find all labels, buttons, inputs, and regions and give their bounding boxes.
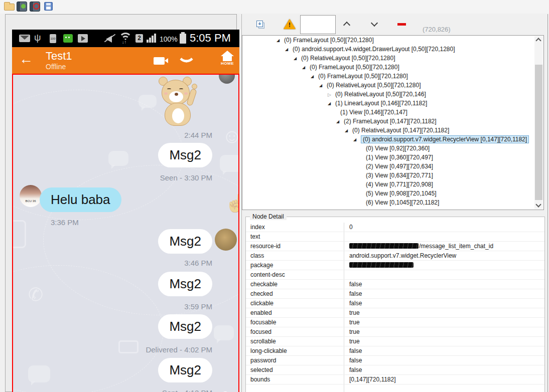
expanded-arrow-icon[interactable]: ◢ xyxy=(294,54,301,63)
tree-node-label: (6) View [0,1045][720,1182] xyxy=(366,199,439,206)
expanded-arrow-icon[interactable]: ◢ xyxy=(345,126,352,135)
tree-node[interactable]: (5) View [0,908][720,1045] xyxy=(242,189,543,198)
expanded-arrow-icon[interactable]: ◢ xyxy=(319,81,327,90)
status-clock: 5:05 PM xyxy=(190,32,231,45)
detail-value: false xyxy=(344,280,544,289)
detail-key: password xyxy=(246,356,344,365)
tree-node[interactable]: ◢(1) LinearLayout [0,146][720,1182] xyxy=(242,99,543,108)
message-time: 2:44 PM xyxy=(184,131,212,139)
tree-search-box xyxy=(300,15,336,34)
scroll-up-icon[interactable] xyxy=(535,38,541,43)
expanded-arrow-icon[interactable]: ◢ xyxy=(311,72,318,81)
expanded-arrow-icon[interactable]: ◢ xyxy=(353,135,361,144)
message-time: 3:59 PM xyxy=(184,302,212,311)
message-app-icon xyxy=(63,34,73,43)
tree-node[interactable]: (3) View [0,634][720,771] xyxy=(242,171,543,180)
sticker-teddy-bear[interactable] xyxy=(153,78,207,128)
message-bubble[interactable]: Msg2 xyxy=(158,314,212,339)
scrollbar-thumb[interactable] xyxy=(535,65,542,200)
detail-value: 0 xyxy=(344,223,544,232)
message-status: Seen - 3:30 PM xyxy=(160,173,212,182)
tree-node-label: (3) View [0,634][720,771] xyxy=(366,172,433,179)
tree-node[interactable]: ▷(0) RelativeLayout [0,50][720,146] xyxy=(242,90,543,99)
scroll-down-icon[interactable] xyxy=(535,202,541,207)
back-arrow-icon[interactable]: ← xyxy=(19,51,33,67)
home-button[interactable]: HOME xyxy=(219,51,236,71)
node-detail-row: resource-id/message_list_item_chat_id xyxy=(246,242,544,251)
tree-scrollbar[interactable] xyxy=(534,36,543,209)
tree-node-label: (1) View [0,360][720,497] xyxy=(366,154,433,161)
tree-node-label: (0) FrameLayout [0,50][720,1280] xyxy=(284,37,374,44)
open-folder-icon[interactable] xyxy=(4,4,15,11)
usb-icon: ψ xyxy=(34,32,41,43)
message-bubble[interactable]: Msg2 xyxy=(158,358,212,382)
message-bubble[interactable]: Msg2 xyxy=(158,229,212,254)
tree-node[interactable]: ◢(0) android.support.v4.widget.DrawerLay… xyxy=(242,45,543,54)
node-detail-row: content-desc xyxy=(246,270,544,280)
expanded-arrow-icon[interactable]: ◢ xyxy=(336,117,344,126)
tree-node[interactable]: ◢(0) FrameLayout [0,50][720,1280] xyxy=(242,72,543,81)
tree-node[interactable]: (6) View [0,1045][720,1182] xyxy=(242,198,543,207)
detail-key: clickable xyxy=(246,299,344,308)
message-bubble[interactable]: Helu baba xyxy=(40,187,121,212)
tree-node[interactable]: ◢(0) FrameLayout [0,50][720,1280] xyxy=(242,36,543,45)
save-icon[interactable] xyxy=(44,2,53,11)
doodle-speech-bubble-icon xyxy=(214,325,234,340)
expanded-arrow-icon[interactable]: ◢ xyxy=(285,45,293,54)
uiautomator-viewer-window: ψ 100 ↓↑ 2 100% xyxy=(0,0,549,392)
tree-node[interactable]: (4) View [0,771][720,908] xyxy=(242,180,543,189)
tree-node[interactable]: (0) View [0,92][720,360] xyxy=(242,144,543,153)
doodle-speech-bubble-icon xyxy=(28,365,50,382)
node-detail-row: enabledtrue xyxy=(246,308,544,318)
detail-key: checked xyxy=(246,289,344,298)
node-detail-row xyxy=(246,384,544,392)
tree-node[interactable]: ◢(0) RelativeLayout [0,50][720,1280] xyxy=(242,81,543,90)
detail-value: true xyxy=(344,308,544,317)
warning-icon[interactable]: ! xyxy=(284,19,296,29)
detail-value: android.support.v7.widget.RecyclerView xyxy=(344,251,544,260)
node-detail-row: text xyxy=(246,232,544,242)
message-time: 3:36 PM xyxy=(51,218,79,227)
tree-node[interactable]: ◢(2) FrameLayout [0,147][720,1182] xyxy=(242,117,543,126)
tree-node[interactable]: (2) View [0,497][720,634] xyxy=(242,162,543,171)
expanded-arrow-icon[interactable]: ◢ xyxy=(328,99,335,108)
doodle-handset-icon: ✆ xyxy=(28,284,43,305)
message-bubble[interactable]: Msg2 xyxy=(158,143,212,167)
tree-node[interactable]: ◢(0) RelativeLayout [0,147][720,1182] xyxy=(242,126,543,135)
detail-key: index xyxy=(246,223,344,232)
node-detail-row: index0 xyxy=(246,223,544,232)
tree-node[interactable]: (1) View [0,360][720,497] xyxy=(242,153,543,162)
detail-value: true xyxy=(344,337,544,346)
detail-key: resource-id xyxy=(246,242,344,251)
detail-key: bounds xyxy=(246,375,344,384)
video-call-icon[interactable] xyxy=(154,57,165,65)
detail-value: /message_list_item_chat_id xyxy=(344,242,544,251)
node-detail-row: scrollabletrue xyxy=(246,337,544,346)
collapsed-arrow-icon[interactable]: ▷ xyxy=(328,90,335,99)
tree-node[interactable]: ◢(0) RelativeLayout [0,50][720,1280] xyxy=(242,54,543,63)
ui-hierarchy-tree: ◢(0) FrameLayout [0,50][720,1280]◢(0) an… xyxy=(242,35,544,210)
expanded-arrow-icon[interactable]: ◢ xyxy=(302,63,310,72)
detail-value: true xyxy=(344,318,544,327)
tree-search-input[interactable] xyxy=(300,15,336,34)
device-screenshot-compressed-icon[interactable] xyxy=(30,2,41,12)
tree-node[interactable]: (1) View [0,146][720,147] xyxy=(242,108,543,117)
avatar xyxy=(219,74,235,84)
detail-key: focusable xyxy=(246,318,344,327)
device-screenshot-icon[interactable] xyxy=(17,2,28,12)
collapse-icon[interactable] xyxy=(397,23,406,26)
detail-value xyxy=(344,232,544,241)
voice-call-icon[interactable] xyxy=(180,53,193,66)
expand-all-icon[interactable]: + xyxy=(256,21,265,29)
chat-message-list[interactable]: ☺ ☝ ✆ xyxy=(12,74,239,392)
redacted-text xyxy=(349,262,414,268)
detail-key: class xyxy=(246,251,344,260)
message-bubble[interactable]: Msg2 xyxy=(158,272,212,296)
expanded-arrow-icon[interactable]: ◢ xyxy=(277,36,284,45)
device-screenshot[interactable]: ψ 100 ↓↑ 2 100% xyxy=(12,30,239,392)
tree-node[interactable]: ◢(0) android.support.v7.widget.RecyclerV… xyxy=(242,135,543,144)
tree-node-label: (0) android.support.v4.widget.DrawerLayo… xyxy=(293,46,455,53)
tree-node[interactable]: ◢(0) FrameLayout [0,50][720,1280] xyxy=(242,63,543,72)
detail-key: focused xyxy=(246,327,344,336)
email-icon xyxy=(19,35,30,42)
